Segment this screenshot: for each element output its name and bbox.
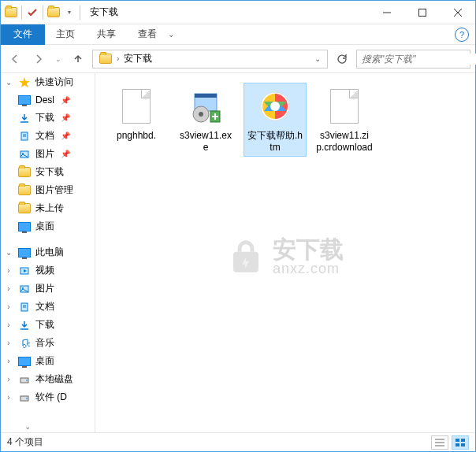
chevron-right-icon[interactable]: › [4, 320, 13, 329]
icons-view-button[interactable] [452, 435, 469, 450]
tab-home[interactable]: 主页 [45, 24, 86, 45]
chevron-right-icon[interactable]: › [4, 357, 13, 365]
separator [43, 6, 43, 20]
search-box[interactable] [356, 50, 470, 69]
sidebar-item-label: Desl [35, 94, 54, 106]
sidebar-item[interactable]: › 图片 [1, 280, 95, 298]
ribbon-tabs: 文件 主页 共享 查看 ⌄ ? [1, 24, 475, 45]
svg-point-18 [26, 380, 28, 381]
sidebar-item[interactable]: 未上传 [1, 199, 95, 217]
file-label: s3view11.zip.crdownload [316, 130, 373, 154]
sidebar-item[interactable]: › 本地磁盘 [1, 370, 95, 388]
titlebar: ▾ 安下载 [1, 1, 475, 24]
sidebar-item-label: 未上传 [35, 202, 64, 215]
window-title: 安下载 [90, 6, 118, 19]
sidebar-item[interactable]: 图片管理 [1, 181, 95, 199]
ribbon-toggle-icon[interactable]: ⌄ [168, 30, 174, 39]
minimize-button[interactable] [369, 1, 404, 24]
sidebar-this-pc[interactable]: ⌄ 此电脑 [1, 243, 95, 261]
view-toggles [431, 435, 469, 450]
recent-dropdown-icon[interactable]: ⌄ [53, 50, 64, 69]
sidebar-item[interactable]: › 软件 (D [1, 388, 95, 406]
up-button[interactable] [69, 50, 87, 69]
chevron-right-icon[interactable]: › [4, 339, 13, 347]
forward-button[interactable] [29, 50, 48, 69]
refresh-button[interactable] [333, 50, 351, 69]
address-dropdown-icon[interactable]: ⌄ [311, 54, 324, 63]
tab-file[interactable]: 文件 [1, 24, 45, 45]
chevron-down-icon[interactable]: ⌄ [4, 248, 13, 257]
chevron-right-icon[interactable]: › [115, 54, 121, 63]
sidebar-item-label: 下载 [35, 318, 54, 332]
sidebar-label: 此电脑 [35, 246, 64, 259]
file-label: s3view11.exe [177, 130, 234, 154]
chevron-right-icon[interactable]: › [4, 266, 13, 275]
sidebar-item[interactable]: › 音乐 [1, 334, 95, 352]
sidebar-item-label: 桌面 [35, 354, 54, 368]
sidebar-item-label: 安下载 [35, 165, 64, 179]
sidebar-item[interactable]: 桌面 [1, 217, 95, 235]
folder-icon[interactable] [46, 6, 61, 20]
sidebar-item-label: 文档 [35, 300, 54, 313]
chevron-right-icon[interactable]: › [4, 375, 13, 383]
watermark-line1: 安下载 [273, 238, 344, 261]
file-item[interactable]: 安下载帮助.htm [244, 83, 307, 157]
chevron-right-icon[interactable]: › [4, 284, 13, 293]
sidebar-item[interactable]: Desl📌 [1, 91, 95, 109]
svg-point-20 [26, 398, 28, 399]
back-button[interactable] [6, 50, 24, 69]
sidebar-item-label: 本地磁盘 [35, 372, 73, 386]
close-button[interactable] [440, 1, 475, 24]
svg-point-24 [199, 112, 203, 117]
pin-icon: 📌 [61, 96, 70, 105]
desktop-icon [18, 94, 31, 106]
pc-icon [18, 246, 31, 259]
sidebar-item[interactable]: 下载📌 [1, 109, 95, 127]
chevron-down-icon[interactable]: ⌄ [4, 78, 13, 87]
documents-icon [18, 130, 31, 143]
tab-view[interactable]: 查看 [127, 24, 168, 45]
svg-rect-34 [456, 443, 459, 446]
tab-share[interactable]: 共享 [86, 24, 127, 45]
maximize-button[interactable] [404, 1, 440, 24]
file-pane[interactable]: pnghhbd. s3view11.exe 安下载帮助.htm s3view11… [95, 73, 475, 432]
sidebar-item[interactable]: 安下载 [1, 163, 95, 181]
sidebar-item[interactable]: › 下载 [1, 316, 95, 334]
chevron-down-icon[interactable]: ⌄ [24, 422, 31, 431]
lock-icon [227, 238, 265, 276]
file-grid: pnghhbd. s3view11.exe 安下载帮助.htm s3view11… [95, 73, 475, 166]
chevron-right-icon[interactable]: › [4, 302, 13, 311]
file-icon [117, 86, 155, 127]
address-bar: ⌄ › 安下载 ⌄ [1, 45, 475, 73]
downloads-icon [18, 319, 31, 332]
file-label: 安下载帮助.htm [247, 130, 303, 154]
search-input[interactable] [362, 54, 476, 65]
sidebar-item-label: 视频 [35, 264, 54, 277]
breadcrumb-root[interactable] [96, 52, 115, 65]
sidebar-item[interactable]: 文档📌 [1, 127, 95, 145]
check-icon[interactable] [25, 6, 39, 20]
sidebar-item[interactable]: 图片📌 [1, 145, 95, 163]
folder-icon[interactable] [4, 6, 18, 20]
sidebar-item[interactable]: › 文档 [1, 298, 95, 316]
body: ⌄ ★ 快速访问 Desl📌 下载📌 文档📌 图片📌 [1, 73, 475, 432]
breadcrumb-folder[interactable]: 安下载 [121, 50, 155, 67]
file-item[interactable]: s3view11.exe [174, 83, 237, 157]
star-icon: ★ [18, 76, 31, 89]
file-label: pnghhbd. [117, 130, 156, 142]
pictures-icon [18, 283, 31, 295]
sidebar-label: 快速访问 [35, 76, 73, 89]
file-item[interactable]: s3view11.zip.crdownload [313, 83, 376, 157]
details-view-button[interactable] [431, 435, 448, 450]
file-item[interactable]: pnghhbd. [105, 83, 168, 157]
chevron-right-icon[interactable]: › [4, 393, 13, 402]
help-icon[interactable]: ? [455, 28, 469, 42]
file-icon [187, 86, 225, 127]
dropdown-icon[interactable]: ▾ [62, 6, 76, 20]
sidebar-item[interactable]: › 视频 [1, 261, 95, 280]
sidebar-quick-access[interactable]: ⌄ ★ 快速访问 [1, 73, 95, 91]
separator [21, 6, 22, 20]
address-input[interactable]: › 安下载 ⌄ [92, 50, 328, 69]
quick-access-toolbar: ▾ [1, 6, 85, 20]
sidebar-item[interactable]: › 桌面 [1, 352, 95, 370]
